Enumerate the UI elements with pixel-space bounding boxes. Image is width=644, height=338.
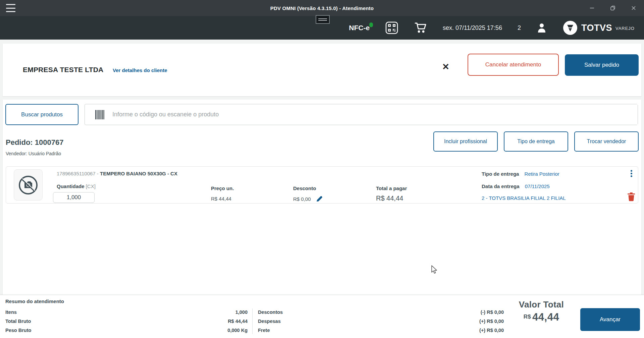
nfce-online-dot-icon [369,22,373,27]
customer-details-link[interactable]: Ver detalhes do cliente [113,67,167,73]
unit-price-label: Preço un. [211,185,234,191]
summary-title: Resumo do atendimento [5,298,64,304]
discount-value: R$ 0,00 [293,196,311,202]
product-name: TEMPERO BAIANO 50X30G - CX [100,171,177,176]
nfce-label: NFC-e [349,24,370,32]
summary-value: 1,000 [235,309,248,315]
barcode-icon [95,109,105,120]
cash-drawer-icon[interactable] [316,15,330,24]
discount-label: Desconto [293,185,316,191]
grand-total-block: Valor Total R$ 44,44 [506,299,577,323]
window-title: PDV OMNI (Versão 4.3.15.0) - Atendimento [0,5,644,11]
summary-label: Peso Bruto [5,328,31,333]
delivery-type-button[interactable]: Tipo de entrega [504,131,568,152]
quantity-label-row: Quantidade [CX] [57,183,96,189]
summary-label: Total Bruto [5,319,31,324]
total-to-pay-label: Total a pagar [376,185,407,191]
close-attendance-icon[interactable]: ✕ [442,62,449,71]
minimize-icon[interactable] [582,0,602,16]
close-window-icon[interactable] [623,0,644,16]
row-menu-icon[interactable] [629,170,634,177]
nfce-status[interactable]: NFC-e [349,24,370,32]
attendance-summary-footer: Resumo do atendimento Itens 1,000 Total … [0,295,644,338]
summary-value: (-) R$ 0,00 [481,309,504,315]
delivery-type-label: Tipo de entrega [482,171,519,177]
header-datetime: sex. 07/11/2025 17:56 [443,24,502,32]
quantity-input[interactable] [53,192,95,203]
summary-left-column: Itens 1,000 Total Bruto R$ 44,44 Peso Br… [5,307,248,335]
delivery-type-row: Tipo de entrega Retira Posterior [482,171,559,177]
summary-label: Descontos [258,309,283,315]
brand-name: TOTVS [581,23,612,33]
header-actions: NFC-e sex. 07/11/2025 17:5 [349,16,635,40]
restore-icon[interactable] [602,0,623,16]
quantity-label: Quantidade [57,183,85,189]
cart-icon[interactable] [414,21,427,34]
pdv-omni-app: PDV OMNI (Versão 4.3.15.0) - Atendimento… [0,0,644,338]
summary-row-itens: Itens 1,000 [5,307,248,317]
summary-value: (+) R$ 0,00 [479,319,504,324]
summary-row-descontos: Descontos (-) R$ 0,00 [258,307,504,317]
qr-code-icon[interactable] [385,21,398,35]
delivery-date-row: Data da entrega 07/11/2025 [482,183,550,189]
delivery-date-label: Data da entrega [482,183,520,189]
grand-total-label: Valor Total [506,299,577,310]
browse-products-button[interactable]: Buscar produtos [5,104,78,125]
quantity-unit-tag: [CX] [86,183,96,189]
order-number-title: Pedido: 1000767 [6,138,63,147]
product-row: 17896635110067 - TEMPERO BAIANO 50X30G -… [6,166,638,204]
unit-price-value: R$ 44,44 [211,196,231,202]
summary-value: 0,000 Kg [227,328,248,333]
hamburger-menu-icon[interactable] [6,4,15,12]
summary-value: (+) R$ 0,00 [479,328,504,333]
totvs-logo: TOTVS VAREJO [562,20,635,36]
delivery-date-link[interactable]: 07/11/2025 [525,183,550,189]
no-camera-icon [18,175,39,195]
product-search-input[interactable] [105,104,638,125]
discount-value-row: R$ 0,00 [293,195,323,203]
order-seller: Vendedor: Usuário Padrão [6,151,61,156]
total-to-pay-value: R$ 44,44 [376,194,403,202]
summary-label: Itens [5,309,17,315]
header-counter: 2 [518,24,521,32]
summary-label: Despesas [258,319,281,324]
save-order-button[interactable]: Salvar pedido [565,54,639,76]
delete-item-icon[interactable] [627,192,635,203]
cancel-attendance-button[interactable]: Cancelar atendimento [468,54,559,76]
window-controls [582,0,644,16]
edit-pencil-icon[interactable] [316,195,323,203]
window-titlebar: PDV OMNI (Versão 4.3.15.0) - Atendimento [0,0,644,16]
summary-label: Frete [258,328,270,333]
summary-divider [252,308,253,334]
include-professional-button[interactable]: Incluir profissional [433,131,498,152]
order-actions: Incluir profissional Tipo de entrega Tro… [433,131,639,152]
grand-total-value: R$ 44,44 [506,311,577,323]
app-header-bar: NFC-e sex. 07/11/2025 17:5 [0,16,644,40]
currency-symbol: R$ [524,314,531,320]
brand-suffix: VAREJO [615,26,635,31]
user-icon[interactable] [536,22,547,34]
summary-row-total-bruto: Total Bruto R$ 44,44 [5,317,248,326]
summary-value: R$ 44,44 [228,319,248,324]
product-search-box [85,104,638,125]
branch-link[interactable]: 2 - TOTVS BRASILIA FILIAL 2 FILIAL [482,195,566,201]
grand-total-amount: 44,44 [532,311,559,323]
summary-row-despesas: Despesas (+) R$ 0,00 [258,317,504,326]
summary-row-frete: Frete (+) R$ 0,00 [258,326,504,335]
summary-right-column: Descontos (-) R$ 0,00 Despesas (+) R$ 0,… [258,307,504,335]
delivery-type-link[interactable]: Retira Posterior [525,171,559,177]
product-code: 17896635110067 [57,171,96,176]
customer-name: EMPRESA TESTE LTDA [23,66,103,74]
product-title-line: 17896635110067 - TEMPERO BAIANO 50X30G -… [57,171,177,176]
change-seller-button[interactable]: Trocar vendedor [574,131,639,152]
advance-button[interactable]: Avançar [580,308,640,331]
summary-row-peso-bruto: Peso Bruto 0,000 Kg [5,326,248,335]
product-image-placeholder [14,169,43,201]
totvs-logo-icon [562,20,578,36]
